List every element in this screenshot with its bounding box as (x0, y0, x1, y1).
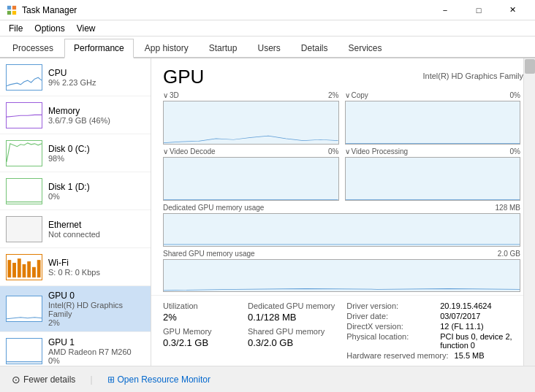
shared-memory-label: Shared GPU memory (248, 327, 335, 336)
chevron-copy-icon[interactable]: ∨ (345, 91, 350, 99)
gpu0-value-line1: Intel(R) HD Graphics Family (48, 301, 145, 318)
graph-3d: ∨ 3D 2% (163, 91, 339, 145)
fewer-details-label: Fewer details (23, 374, 75, 385)
graph-videoprocessing-max: 0% (510, 147, 520, 155)
wifi-value: S: 0 R: 0 Kbps (48, 268, 145, 277)
graph-dedicated-max: 128 MB (496, 204, 520, 212)
ethernet-value: Not connected (48, 230, 145, 239)
menu-file[interactable]: File (3, 22, 29, 35)
sidebar-item-wifi[interactable]: Wi-Fi S: 0 R: 0 Kbps (0, 248, 151, 286)
svg-rect-3 (12, 10, 16, 14)
gpu-memory-label: GPU Memory (163, 327, 236, 336)
cpu-value: 9% 2.23 GHz (48, 78, 145, 87)
fewer-details-button[interactable]: ⊙ Fewer details (9, 372, 78, 387)
stat-utilization: Utilization 2% GPU Memory 0.3/2.1 GB (163, 301, 236, 360)
disk0-label: Disk 0 (C:) (48, 144, 145, 154)
graph-shared-memory: Shared GPU memory usage 2.0 GB (163, 250, 520, 292)
tab-processes[interactable]: Processes (3, 39, 63, 57)
graph-3d-box (163, 101, 339, 145)
graph-videoprocessing-label: Video Processing (352, 147, 409, 155)
svg-rect-8 (28, 261, 31, 277)
driver-date-label: Driver date: (346, 312, 434, 320)
close-button[interactable]: ✕ (496, 0, 529, 20)
sidebar-item-disk0[interactable]: Disk 0 (C:) 98% (0, 134, 151, 172)
graph-copy-label: Copy (352, 91, 368, 99)
chevron-videoprocessing-icon[interactable]: ∨ (345, 147, 350, 155)
fewer-details-icon: ⊙ (12, 374, 20, 385)
graph-copy: ∨ Copy 0% (345, 91, 521, 145)
footer-bar: ⊙ Fewer details | ⊞ Open Resource Monito… (0, 366, 535, 392)
minimize-button[interactable]: − (428, 0, 462, 20)
gpu1-mini-graph (6, 338, 42, 364)
sidebar-item-disk1[interactable]: Disk 1 (D:) 0% (0, 172, 151, 210)
cpu-mini-graph (6, 64, 42, 91)
hw-reserved-label: Hardware reserved memory: (346, 351, 448, 360)
dedicated-memory-value: 0.1/128 MB (248, 312, 335, 323)
gpu-title: GPU (163, 66, 204, 88)
gpu1-label: GPU 1 (48, 337, 145, 347)
disk0-value: 98% (48, 154, 145, 163)
disk1-label: Disk 1 (D:) (48, 182, 145, 192)
directx-value: 12 (FL 11.1) (440, 322, 484, 331)
sidebar-item-gpu1[interactable]: GPU 1 AMD Radeon R7 M260 0% (0, 332, 151, 366)
stats-row: Utilization 2% GPU Memory 0.3/2.1 GB Ded… (151, 295, 535, 366)
graphs-row-4: Shared GPU memory usage 2.0 GB (163, 250, 520, 292)
stat-dedicated: Dedicated GPU memory 0.1/128 MB Shared G… (248, 301, 335, 360)
tab-startup[interactable]: Startup (200, 39, 247, 57)
graph-shared-max: 2.0 GB (498, 250, 520, 258)
gpu-subtitle: Intel(R) HD Graphics Family (422, 72, 523, 80)
shared-memory-value: 0.3/2.0 GB (248, 337, 335, 348)
window-title: Task Manager (22, 5, 77, 15)
sidebar-item-gpu0[interactable]: GPU 0 Intel(R) HD Graphics Family 2% (0, 286, 151, 332)
task-manager-icon (6, 4, 18, 16)
tab-app-history[interactable]: App history (135, 39, 198, 57)
gpu0-info: GPU 0 Intel(R) HD Graphics Family 2% (48, 291, 145, 327)
title-bar-left: Task Manager (6, 4, 77, 16)
footer-divider: | (90, 374, 92, 385)
gpu0-label: GPU 0 (48, 291, 145, 301)
directx-label: DirectX version: (346, 322, 434, 331)
ethernet-info: Ethernet Not connected (48, 220, 145, 239)
tab-details[interactable]: Details (292, 39, 338, 57)
gpu1-value-line1: AMD Radeon R7 M260 (48, 347, 145, 356)
tab-performance[interactable]: Performance (64, 39, 134, 58)
graph-videodecode-label: Video Decode (170, 147, 216, 155)
graphs-row-2: ∨ Video Decode 0% ∨ (163, 147, 520, 201)
maximize-button[interactable]: □ (462, 0, 496, 20)
gpu0-value-line2: 2% (48, 318, 145, 327)
graphs-row-3: Dedicated GPU memory usage 128 MB (163, 204, 520, 246)
sidebar-item-ethernet[interactable]: Ethernet Not connected (0, 210, 151, 248)
utilization-label: Utilization (163, 301, 236, 310)
graph-videoprocessing-box (345, 157, 521, 201)
scrollbar-thumb[interactable] (525, 59, 535, 74)
gpu1-info: GPU 1 AMD Radeon R7 M260 0% (48, 337, 145, 365)
sidebar-item-cpu[interactable]: CPU 9% 2.23 GHz (0, 58, 151, 96)
svg-rect-5 (13, 263, 16, 277)
chevron-videodecode-icon[interactable]: ∨ (163, 147, 168, 155)
wifi-mini-graph (6, 254, 42, 280)
menu-view[interactable]: View (71, 22, 102, 35)
graphs-row-1: ∨ 3D 2% ∨ Copy (163, 91, 520, 145)
open-resource-monitor-link[interactable]: ⊞ Open Resource Monitor (105, 373, 213, 386)
disk1-mini-graph (6, 178, 42, 204)
utilization-value: 2% (163, 312, 236, 323)
svg-rect-10 (37, 260, 40, 277)
tab-users[interactable]: Users (248, 39, 289, 57)
dedicated-memory-label: Dedicated GPU memory (248, 301, 335, 310)
gpu0-mini-graph (6, 296, 42, 322)
resource-monitor-icon: ⊞ (107, 374, 115, 385)
chevron-3d-icon[interactable]: ∨ (163, 91, 168, 99)
scrollbar[interactable] (523, 58, 535, 366)
sidebar-item-memory[interactable]: Memory 3.6/7.9 GB (46%) (0, 96, 151, 134)
open-resource-monitor-label: Open Resource Monitor (118, 374, 210, 385)
driver-info: Driver version: 20.19.15.4624 Driver dat… (346, 301, 523, 360)
physical-location-value: PCI bus 0, device 2, function 0 (440, 332, 523, 350)
tabs-bar: Processes Performance App history Startu… (0, 36, 535, 58)
menu-options[interactable]: Options (29, 22, 70, 35)
memory-mini-graph (6, 102, 42, 128)
svg-rect-1 (12, 5, 16, 9)
memory-value: 3.6/7.9 GB (46%) (48, 116, 145, 125)
tab-services[interactable]: Services (339, 39, 392, 57)
graph-video-decode: ∨ Video Decode 0% (163, 147, 339, 201)
driver-version-label: Driver version: (346, 301, 434, 310)
